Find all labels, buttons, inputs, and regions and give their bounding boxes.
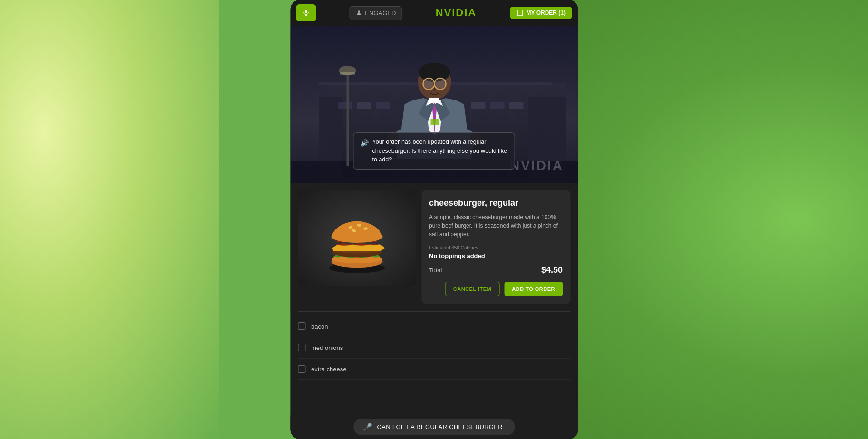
svg-rect-0: [305, 10, 307, 13]
total-label: Total: [429, 267, 442, 274]
total-row: Total $4.50: [429, 265, 563, 275]
burger-svg: [314, 200, 400, 276]
product-name: cheeseburger, regular: [429, 198, 563, 208]
topping-checkbox-bacon[interactable]: [298, 322, 305, 330]
mic-button[interactable]: [296, 4, 316, 21]
engaged-label: ENGAGED: [365, 10, 396, 17]
svg-rect-14: [509, 102, 523, 109]
cancel-item-button[interactable]: CANCEL ITEM: [445, 282, 499, 296]
topping-item-extra-cheese: extra cheese: [298, 359, 570, 380]
svg-rect-17: [346, 73, 349, 166]
svg-rect-10: [357, 102, 371, 109]
svg-point-25: [424, 79, 433, 89]
nvidia-watermark: NVIDIA: [510, 158, 564, 173]
voice-bar: 🎤 CAN I GET A REGULAR CHEESEBURGER: [290, 415, 578, 439]
user-icon: [355, 10, 362, 16]
burger-visual: [298, 190, 416, 286]
svg-point-19: [339, 66, 356, 75]
svg-point-26: [435, 79, 445, 89]
voice-input-box[interactable]: 🎤 CAN I GET A REGULAR CHEESEBURGER: [353, 419, 515, 435]
avatar-background: NVIDIA 🔊 Your order has been updated wit…: [290, 26, 578, 183]
engaged-badge: ENGAGED: [349, 6, 402, 20]
topping-label-extra-cheese: extra cheese: [311, 366, 346, 373]
content-area: cheeseburger, regular A simple, classic …: [290, 183, 578, 439]
bg-left-glow: [0, 0, 219, 439]
speech-bubble: 🔊 Your order has been updated with a reg…: [353, 132, 515, 170]
brand-title: NVIDIA: [436, 7, 477, 19]
product-section: cheeseburger, regular A simple, classic …: [290, 183, 578, 311]
action-buttons: CANCEL ITEM ADD TO ORDER: [429, 282, 563, 296]
add-to-order-button[interactable]: ADD TO ORDER: [504, 282, 563, 296]
header: ENGAGED NVIDIA MY ORDER (1): [290, 0, 578, 26]
voice-transcript: CAN I GET A REGULAR CHEESEBURGER: [377, 423, 503, 430]
topping-label-fried-onions: fried onions: [311, 344, 343, 351]
toppings-section: bacon fried onions extra cheese: [290, 312, 578, 388]
svg-rect-13: [490, 102, 504, 109]
product-image: [298, 190, 416, 286]
mic-icon: [302, 9, 310, 17]
speech-audio-icon: 🔊: [361, 138, 369, 148]
toppings-status: No toppings added: [429, 252, 563, 259]
total-price: $4.50: [541, 265, 563, 275]
voice-mic-icon: 🎤: [363, 422, 372, 431]
speech-text: Your order has been updated with a regul…: [372, 138, 508, 164]
my-order-button[interactable]: MY ORDER (1): [510, 7, 572, 19]
svg-point-3: [358, 10, 360, 13]
order-label: MY ORDER (1): [527, 10, 566, 16]
calories-label: Estimated 350 Calories: [429, 245, 563, 250]
topping-checkbox-fried-onions[interactable]: [298, 344, 305, 351]
topping-item-bacon: bacon: [298, 316, 570, 337]
svg-point-21: [419, 63, 450, 82]
topping-label-bacon: bacon: [311, 323, 328, 330]
topping-checkbox-extra-cheese[interactable]: [298, 365, 305, 373]
svg-rect-11: [376, 102, 390, 109]
svg-rect-12: [471, 102, 485, 109]
avatar-area: NVIDIA 🔊 Your order has been updated wit…: [290, 26, 578, 183]
cart-icon: [517, 10, 524, 16]
app-container: ENGAGED NVIDIA MY ORDER (1): [290, 0, 578, 439]
product-info-card: cheeseburger, regular A simple, classic …: [421, 190, 570, 304]
bottom-spacer: [290, 388, 578, 414]
svg-rect-9: [338, 102, 352, 109]
topping-item-fried-onions: fried onions: [298, 337, 570, 359]
product-description: A simple, classic cheeseburger made with…: [429, 213, 563, 239]
svg-rect-27: [430, 119, 439, 125]
